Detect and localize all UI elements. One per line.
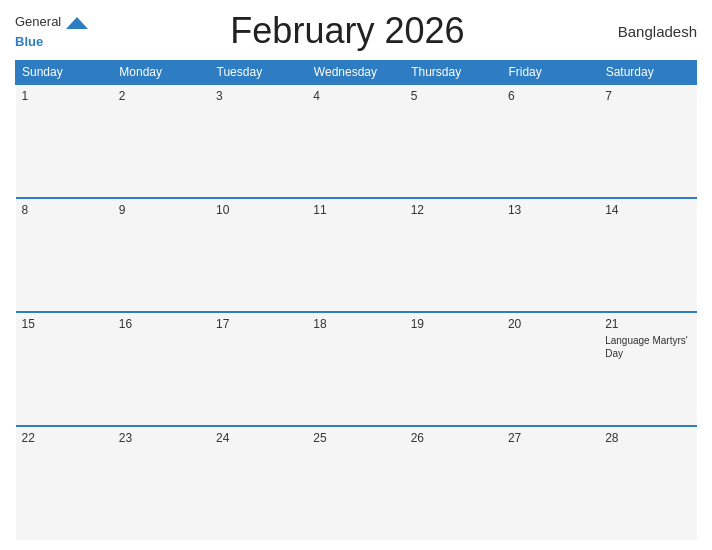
day-number: 7 bbox=[605, 89, 690, 103]
calendar-day-cell: 27 bbox=[502, 426, 599, 540]
calendar-day-cell: 3 bbox=[210, 84, 307, 198]
calendar-day-cell: 10 bbox=[210, 198, 307, 312]
day-number: 23 bbox=[119, 431, 204, 445]
day-number: 25 bbox=[313, 431, 398, 445]
calendar-day-cell: 5 bbox=[405, 84, 502, 198]
calendar-header: General Blue February 2026 Bangladesh bbox=[15, 10, 697, 52]
calendar-day-cell: 1 bbox=[16, 84, 113, 198]
weekday-header-saturday: Saturday bbox=[599, 61, 696, 85]
calendar-day-cell: 14 bbox=[599, 198, 696, 312]
calendar-day-cell: 15 bbox=[16, 312, 113, 426]
day-number: 19 bbox=[411, 317, 496, 331]
calendar-day-cell: 22 bbox=[16, 426, 113, 540]
day-number: 8 bbox=[22, 203, 107, 217]
day-number: 20 bbox=[508, 317, 593, 331]
calendar-day-cell: 16 bbox=[113, 312, 210, 426]
calendar-day-cell: 19 bbox=[405, 312, 502, 426]
day-number: 28 bbox=[605, 431, 690, 445]
day-number: 3 bbox=[216, 89, 301, 103]
calendar-day-cell: 25 bbox=[307, 426, 404, 540]
weekday-header-row: SundayMondayTuesdayWednesdayThursdayFrid… bbox=[16, 61, 697, 85]
day-number: 10 bbox=[216, 203, 301, 217]
calendar-day-cell: 20 bbox=[502, 312, 599, 426]
country-label: Bangladesh bbox=[607, 23, 697, 40]
logo: General Blue bbox=[15, 12, 88, 50]
month-title: February 2026 bbox=[88, 10, 607, 52]
calendar-day-cell: 4 bbox=[307, 84, 404, 198]
calendar-week-row: 891011121314 bbox=[16, 198, 697, 312]
calendar-day-cell: 28 bbox=[599, 426, 696, 540]
calendar-day-cell: 9 bbox=[113, 198, 210, 312]
calendar-day-cell: 2 bbox=[113, 84, 210, 198]
day-number: 16 bbox=[119, 317, 204, 331]
day-number: 1 bbox=[22, 89, 107, 103]
calendar-day-cell: 12 bbox=[405, 198, 502, 312]
calendar-week-row: 1234567 bbox=[16, 84, 697, 198]
day-number: 18 bbox=[313, 317, 398, 331]
calendar-day-cell: 23 bbox=[113, 426, 210, 540]
calendar-day-cell: 21Language Martyrs' Day bbox=[599, 312, 696, 426]
day-number: 14 bbox=[605, 203, 690, 217]
calendar-container: General Blue February 2026 Bangladesh Su… bbox=[0, 0, 712, 550]
weekday-header-tuesday: Tuesday bbox=[210, 61, 307, 85]
calendar-day-cell: 11 bbox=[307, 198, 404, 312]
svg-marker-0 bbox=[66, 17, 88, 29]
logo-blue-text: Blue bbox=[15, 34, 88, 50]
day-number: 24 bbox=[216, 431, 301, 445]
day-number: 9 bbox=[119, 203, 204, 217]
day-number: 5 bbox=[411, 89, 496, 103]
calendar-day-cell: 6 bbox=[502, 84, 599, 198]
calendar-week-row: 15161718192021Language Martyrs' Day bbox=[16, 312, 697, 426]
calendar-day-cell: 8 bbox=[16, 198, 113, 312]
calendar-day-cell: 17 bbox=[210, 312, 307, 426]
calendar-day-cell: 26 bbox=[405, 426, 502, 540]
day-number: 11 bbox=[313, 203, 398, 217]
weekday-header-sunday: Sunday bbox=[16, 61, 113, 85]
day-number: 13 bbox=[508, 203, 593, 217]
calendar-week-row: 22232425262728 bbox=[16, 426, 697, 540]
weekday-header-wednesday: Wednesday bbox=[307, 61, 404, 85]
calendar-day-cell: 24 bbox=[210, 426, 307, 540]
calendar-day-cell: 13 bbox=[502, 198, 599, 312]
day-number: 27 bbox=[508, 431, 593, 445]
day-number: 12 bbox=[411, 203, 496, 217]
calendar-day-cell: 7 bbox=[599, 84, 696, 198]
weekday-header-thursday: Thursday bbox=[405, 61, 502, 85]
weekday-header-monday: Monday bbox=[113, 61, 210, 85]
logo-text: General bbox=[15, 12, 88, 34]
weekday-header-friday: Friday bbox=[502, 61, 599, 85]
calendar-table: SundayMondayTuesdayWednesdayThursdayFrid… bbox=[15, 60, 697, 540]
day-number: 4 bbox=[313, 89, 398, 103]
calendar-day-cell: 18 bbox=[307, 312, 404, 426]
day-number: 26 bbox=[411, 431, 496, 445]
day-number: 21 bbox=[605, 317, 690, 331]
day-number: 2 bbox=[119, 89, 204, 103]
event-label: Language Martyrs' Day bbox=[605, 334, 690, 360]
day-number: 15 bbox=[22, 317, 107, 331]
day-number: 17 bbox=[216, 317, 301, 331]
day-number: 22 bbox=[22, 431, 107, 445]
day-number: 6 bbox=[508, 89, 593, 103]
